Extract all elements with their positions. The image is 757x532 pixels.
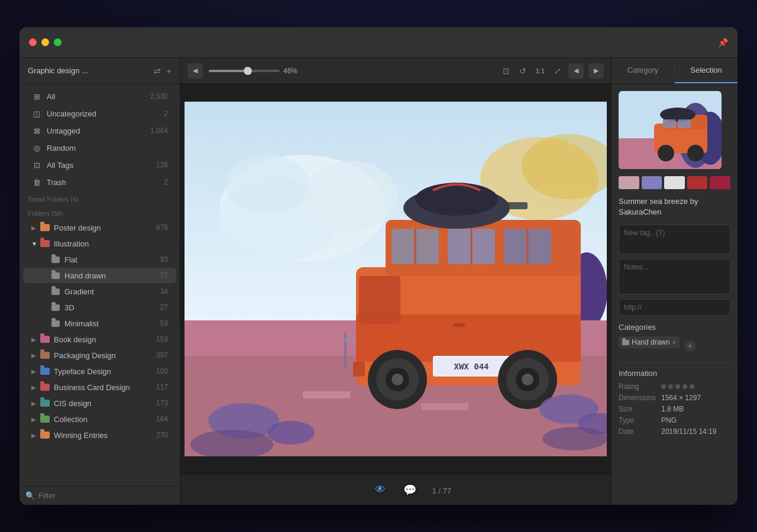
minimize-button[interactable] — [41, 38, 49, 46]
folders-label: Folders (58) — [20, 205, 180, 219]
svg-point-67 — [687, 145, 704, 161]
swatch-5[interactable] — [710, 176, 730, 189]
right-content: Summer sea breeze by SakuraChen New tag.… — [612, 84, 737, 505]
swap-icon[interactable]: ⇄ — [154, 66, 161, 76]
folder-3d[interactable]: 3D 27 — [23, 300, 176, 315]
rating-dot-1[interactable] — [661, 384, 666, 389]
comment-icon[interactable]: 💬 — [403, 484, 416, 497]
folder-count: 878 — [156, 223, 168, 232]
folder-poster-design[interactable]: ▶ Poster design 878 — [23, 220, 176, 235]
swatch-1[interactable] — [619, 176, 639, 189]
folder-count: 270 — [156, 431, 168, 439]
type-label: Type — [619, 416, 661, 424]
type-value: PNG — [661, 416, 677, 424]
folder-label: Minimalist — [64, 319, 160, 328]
tag-input[interactable]: New tag...(T) — [619, 225, 730, 254]
remove-tag-button[interactable]: × — [672, 339, 676, 346]
toolbar-actions: ⊡ ↺ 1:1 ⤢ ◀ ▶ — [500, 63, 604, 79]
folder-flat[interactable]: Flat 93 — [23, 252, 176, 267]
svg-rect-49 — [454, 323, 465, 327]
folder-packaging-design[interactable]: ▶ Packaging Design 397 — [23, 348, 176, 363]
swatch-3[interactable] — [664, 176, 685, 189]
folder-illustration[interactable]: ▼ Illustration — [23, 236, 176, 251]
sidebar-header: Graphic design ... ⇄ + — [20, 58, 180, 84]
sidebar-item-count: 2,530 — [150, 92, 168, 100]
pin-icon: 📌 — [718, 38, 728, 47]
folder-count: 397 — [156, 351, 168, 359]
folder-icon — [50, 318, 61, 329]
folder-icon — [40, 222, 50, 233]
url-input[interactable]: http:// — [619, 299, 730, 316]
folder-minimalist[interactable]: Minimalist 53 — [23, 316, 176, 331]
sidebar-item-label: All Tags — [47, 161, 156, 170]
folder-hand-drawn[interactable]: Hand drawn 77 — [23, 268, 176, 283]
rating-dots[interactable] — [661, 384, 694, 389]
expand-arrow: ▶ — [31, 336, 40, 343]
folder-collection[interactable]: ▶ Collection 164 — [23, 411, 176, 427]
notes-input[interactable]: Notes... — [619, 259, 730, 294]
sidebar-item-label: Random — [47, 144, 168, 153]
rating-dot-2[interactable] — [668, 384, 673, 389]
dimensions-value: 1564 × 1297 — [661, 394, 701, 402]
svg-rect-65 — [678, 119, 691, 128]
desktop: 📌 Graphic design ... ⇄ + ⊞ All — [0, 0, 757, 532]
swatch-4[interactable] — [687, 176, 708, 189]
folder-label: Typeface Design — [54, 367, 156, 376]
rotate-icon[interactable]: ↺ — [517, 65, 529, 77]
svg-rect-50 — [353, 362, 365, 377]
add-category-button[interactable]: + — [684, 340, 696, 352]
zoom-slider[interactable] — [209, 70, 280, 72]
date-value: 2019/11/15 14:19 — [661, 427, 716, 436]
search-input[interactable] — [38, 491, 174, 500]
right-panel: Category Selection — [611, 58, 737, 505]
sidebar-search: 🔍 — [20, 486, 180, 505]
svg-rect-14 — [303, 391, 350, 398]
folder-count: 173 — [156, 399, 168, 407]
sidebar-item-trash[interactable]: 🗑 Trash 2 — [23, 174, 176, 190]
fit-icon[interactable]: ⤢ — [552, 65, 564, 77]
sidebar-title: Graphic design ... — [28, 66, 154, 75]
tab-category[interactable]: Category — [612, 58, 674, 83]
crop-icon[interactable]: ⊡ — [500, 65, 512, 77]
close-button[interactable] — [29, 38, 37, 46]
tab-selection[interactable]: Selection — [675, 58, 737, 83]
svg-point-44 — [392, 374, 403, 385]
information-section: Information Rating — [619, 362, 730, 436]
category-icon: ◫ — [31, 108, 42, 119]
1to1-button[interactable]: 1:1 — [533, 66, 547, 76]
folder-label: Flat — [64, 255, 160, 264]
rating-dot-4[interactable] — [682, 384, 687, 389]
folder-icon — [50, 270, 61, 281]
folder-cis-design[interactable]: ▶ CIS design 173 — [23, 395, 176, 411]
sidebar-item-untagged[interactable]: ⊠ Untagged 1,064 — [23, 122, 176, 139]
svg-point-29 — [415, 183, 498, 216]
sidebar-item-random[interactable]: ◎ Random — [23, 140, 176, 156]
sidebar-item-count: 2 — [164, 109, 168, 118]
eye-icon[interactable]: 👁 — [375, 484, 386, 496]
prev-button[interactable]: ◀ — [568, 63, 584, 79]
maximize-button[interactable] — [54, 38, 62, 46]
add-icon[interactable]: + — [167, 66, 172, 76]
sidebar-item-all-tags[interactable]: ⊡ All Tags 128 — [23, 157, 176, 173]
sidebar-item-uncategorized[interactable]: ◫ Uncategorized 2 — [23, 105, 176, 122]
sidebar-item-count: 2 — [164, 178, 168, 186]
sidebar-item-label: Trash — [47, 178, 164, 187]
sidebar-item-all[interactable]: ⊞ All 2,530 — [23, 88, 176, 105]
rating-dot-3[interactable] — [675, 384, 680, 389]
expand-arrow: ▶ — [31, 384, 40, 391]
folder-label: Hand drawn — [64, 271, 160, 280]
svg-text:XWX  044: XWX 044 — [454, 362, 489, 371]
folder-book-design[interactable]: ▶ Book design 153 — [23, 332, 176, 347]
folder-gradient[interactable]: Gradient 34 — [23, 284, 176, 299]
folder-winning-entries[interactable]: ▶ Winning Entries 270 — [23, 427, 176, 443]
swatch-2[interactable] — [642, 176, 662, 189]
date-label: Date — [619, 427, 661, 436]
rating-dot-5[interactable] — [690, 384, 694, 389]
tags-icon: ⊡ — [31, 160, 42, 170]
next-button[interactable]: ▶ — [588, 63, 604, 79]
back-button[interactable]: ◀ — [187, 63, 203, 79]
folder-business-card-design[interactable]: ▶ Business Card Design 117 — [23, 379, 176, 395]
sidebar: Graphic design ... ⇄ + ⊞ All 2,530 — [20, 58, 180, 505]
folder-label: Poster design — [54, 223, 156, 232]
folder-typeface-design[interactable]: ▶ Typeface Design 102 — [23, 364, 176, 379]
